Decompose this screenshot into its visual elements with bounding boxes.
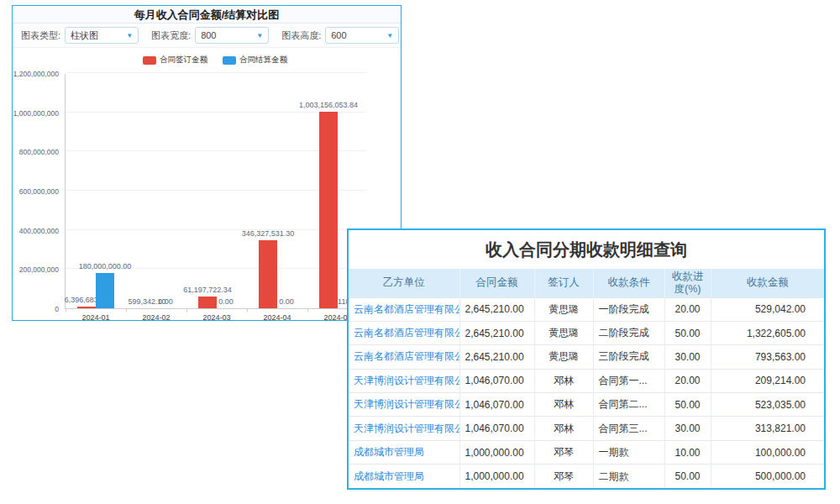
cell-5: 529,042.00 <box>711 297 824 321</box>
chart-width-select[interactable]: 800 ▼ <box>195 27 269 44</box>
x-axis-label: 2024-02 <box>142 313 170 322</box>
cell-1: 1,046,070.00 <box>459 369 534 392</box>
company-link[interactable]: 天津博润设计管理有限公司 <box>354 375 459 386</box>
plot-area: 0200,000,000400,000,000600,000,000800,00… <box>65 74 367 309</box>
company-link[interactable]: 云南名都酒店管理有限公司 <box>354 303 459 315</box>
bar-signed-2024-05 <box>319 112 338 308</box>
table-row[interactable]: 云南名都酒店管理有限公司2,645,210.00黄思璐二阶段完成50.001,3… <box>349 321 824 344</box>
legend-label-signed: 合同签订金额 <box>160 55 207 66</box>
bar-signed-2024-03 <box>198 297 217 308</box>
bar-value-label: 180,000,000.00 <box>79 262 132 270</box>
chart-height-select[interactable]: 600 ▼ <box>325 27 399 44</box>
cell-5: 209,214.00 <box>711 369 824 392</box>
cell-3: 合同第三... <box>593 417 664 440</box>
cell-0: 天津博润设计管理有限公司 <box>349 417 459 440</box>
chart-height-value: 600 <box>331 30 346 40</box>
company-link[interactable]: 天津博润设计管理有限公司 <box>354 423 459 434</box>
cell-1: 1,046,070.00 <box>459 393 534 417</box>
cell-5: 793,563.00 <box>711 345 824 369</box>
company-link[interactable]: 云南名都酒店管理有限公司 <box>354 350 459 362</box>
cell-3: 一阶段完成 <box>593 297 664 321</box>
cell-0: 云南名都酒店管理有限公司 <box>349 345 459 369</box>
chart-width-label: 图表宽度: <box>151 29 191 42</box>
bar-settled-2024-01 <box>96 273 114 308</box>
cell-2: 黄思璐 <box>534 345 593 369</box>
cell-5: 313,821.00 <box>711 417 824 440</box>
chart-toolbar: 图表类型: 柱状图 ▼ 图表宽度: 800 ▼ 图表高度: 600 ▼ <box>13 24 401 48</box>
y-axis-label: 600,000,000 <box>0 187 59 196</box>
y-axis-label: 0 <box>0 305 59 313</box>
company-link[interactable]: 云南名都酒店管理有限公司 <box>354 327 459 339</box>
legend-item-settled-amount[interactable]: 合同结算金额 <box>223 55 287 66</box>
bar-value-label: 0.00 <box>279 297 294 306</box>
cell-3: 一期款 <box>593 440 664 464</box>
table-row[interactable]: 天津博润设计管理有限公司1,046,070.00邓林合同第二...50.0052… <box>349 393 824 417</box>
x-axis-tick <box>307 308 308 312</box>
cell-2: 邓琴 <box>534 465 593 488</box>
chart-window-title: 每月收入合同金额/结算对比图 <box>13 6 401 24</box>
chevron-down-icon: ▼ <box>126 32 133 39</box>
table-body: 云南名都酒店管理有限公司2,645,210.00黄思璐一阶段完成20.00529… <box>349 297 824 488</box>
bar-value-label: 0.00 <box>158 297 173 306</box>
company-link[interactable]: 成都城市管理局 <box>354 446 424 458</box>
y-axis-label: 200,000,000 <box>0 265 59 274</box>
chart-height-label: 图表高度: <box>281 29 321 42</box>
table-window: 收入合同分期收款明细查询 乙方单位合同金额签订人收款条件收款进度(%)收款金额 … <box>347 228 826 490</box>
table-row[interactable]: 成都城市管理局1,000,000.00邓琴二期款50.00500,000.00 <box>349 465 824 488</box>
y-gridline <box>66 72 367 73</box>
cell-4: 20.00 <box>664 297 711 321</box>
cell-0: 成都城市管理局 <box>349 465 459 488</box>
cell-3: 二期款 <box>593 465 664 488</box>
cell-4: 30.00 <box>664 417 711 440</box>
y-axis-label: 1,200,000,000 <box>0 70 59 78</box>
cell-2: 邓林 <box>534 417 593 440</box>
column-header-0: 乙方单位 <box>349 269 459 297</box>
company-link[interactable]: 成都城市管理局 <box>354 470 424 482</box>
bar-value-label: 346,327,531.30 <box>242 229 295 238</box>
table-row[interactable]: 成都城市管理局1,000,000.00邓琴一期款10.00100,000.00 <box>349 440 824 464</box>
legend-label-settled: 合同结算金额 <box>239 55 287 66</box>
cell-4: 50.00 <box>664 321 711 344</box>
legend-item-signed-amount[interactable]: 合同签订金额 <box>143 55 207 66</box>
cell-4: 50.00 <box>664 393 711 417</box>
chart-width-group: 图表宽度: 800 ▼ <box>151 27 269 44</box>
column-header-5: 收款金额 <box>711 269 824 297</box>
chart-type-group: 图表类型: 柱状图 ▼ <box>21 27 139 44</box>
table-header-row: 乙方单位合同金额签订人收款条件收款进度(%)收款金额 <box>349 269 824 297</box>
cell-0: 云南名都酒店管理有限公司 <box>349 321 459 344</box>
cell-0: 天津博润设计管理有限公司 <box>349 393 459 417</box>
x-axis-tick <box>247 308 248 312</box>
y-axis-label: 400,000,000 <box>0 227 59 235</box>
cell-1: 2,645,210.00 <box>459 297 534 321</box>
column-header-3: 收款条件 <box>593 269 664 297</box>
cell-4: 50.00 <box>664 465 711 488</box>
table-row[interactable]: 云南名都酒店管理有限公司2,645,210.00黄思璐一阶段完成20.00529… <box>349 297 824 321</box>
chart-legend: 合同签订金额 合同结算金额 <box>143 55 287 66</box>
x-axis-label: 2024-04 <box>263 313 291 322</box>
company-link[interactable]: 天津博润设计管理有限公司 <box>354 398 459 410</box>
cell-1: 1,046,070.00 <box>459 417 534 440</box>
table-row[interactable]: 天津博润设计管理有限公司1,046,070.00邓林合同第三...30.0031… <box>349 417 824 440</box>
x-axis-label: 2024-03 <box>202 313 230 322</box>
cell-4: 20.00 <box>664 369 711 392</box>
chart-width-value: 800 <box>201 30 216 40</box>
legend-swatch-blue <box>223 56 236 65</box>
column-header-1: 合同金额 <box>459 269 534 297</box>
column-header-2: 签订人 <box>534 269 593 297</box>
y-axis-label: 800,000,000 <box>0 148 59 156</box>
table-row[interactable]: 天津博润设计管理有限公司1,046,070.00邓林合同第一...20.0020… <box>349 369 824 392</box>
cell-2: 黄思璐 <box>534 297 593 321</box>
chart-type-select[interactable]: 柱状图 ▼ <box>65 27 139 44</box>
legend-swatch-red <box>143 56 156 65</box>
cell-3: 三阶段完成 <box>593 345 664 369</box>
cell-5: 100,000.00 <box>711 440 824 464</box>
cell-4: 30.00 <box>664 345 711 369</box>
chart-window: 每月收入合同金额/结算对比图 图表类型: 柱状图 ▼ 图表宽度: 800 ▼ 图… <box>12 5 402 321</box>
x-axis-label: 2024-01 <box>81 313 109 322</box>
table-row[interactable]: 云南名都酒店管理有限公司2,645,210.00黄思璐三阶段完成30.00793… <box>349 345 824 369</box>
cell-5: 1,322,605.00 <box>711 321 824 344</box>
cell-2: 邓林 <box>534 393 593 417</box>
bar-signed-2024-04 <box>259 240 277 308</box>
cell-2: 邓林 <box>534 369 593 392</box>
x-axis-tick <box>66 308 66 312</box>
